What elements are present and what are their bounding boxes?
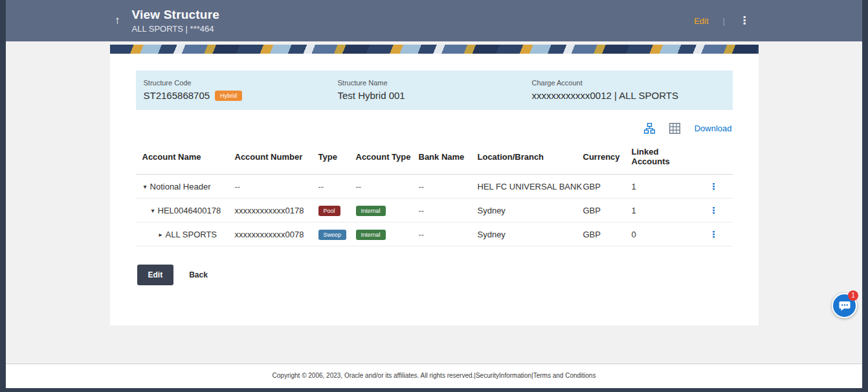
structure-code-value: ST2165868705 <box>144 90 210 101</box>
account-number: xxxxxxxxxxxx0178 <box>235 206 318 215</box>
currency: GBP <box>583 182 632 191</box>
page-title: View Structure <box>132 8 220 22</box>
account-number: -- <box>235 182 318 191</box>
download-link[interactable]: Download <box>695 124 732 133</box>
charge-account-value: xxxxxxxxxxxx0012 | ALL SPORTS <box>532 90 678 101</box>
type: -- <box>318 182 356 191</box>
row-kebab-menu-icon[interactable]: ⋮ <box>709 229 718 239</box>
app-header: ↑ View Structure ALL SPORTS | ***464 Edi… <box>6 0 862 41</box>
caret-down-icon[interactable]: ▾ <box>144 183 147 190</box>
account-name: ALL SPORTS <box>166 230 217 239</box>
main-content: Structure Code ST2165868705 Hybrid Struc… <box>6 41 862 364</box>
footer-security-information-link[interactable]: SecurityInformation <box>476 372 531 379</box>
account-name: HEL0046400178 <box>158 206 221 215</box>
row-kebab-menu-icon[interactable]: ⋮ <box>709 205 718 215</box>
bank-name: -- <box>419 230 478 239</box>
footer: Copyright © 2006, 2023, Oracle and/or it… <box>6 364 862 388</box>
table-row: ▾ Notional Header -- -- -- -- HEL FC UNI… <box>136 175 733 199</box>
accounts-table: Account Name Account Number Type Account… <box>136 139 733 246</box>
sweep-badge: Sweep <box>318 230 347 240</box>
table-row: ▸ ALL SPORTS xxxxxxxxxxxx0078 Sweep Inte… <box>136 223 733 246</box>
hierarchy-view-icon[interactable] <box>644 123 655 134</box>
footer-terms-link[interactable]: Terms and Conditions <box>533 372 596 379</box>
col-account-type: Account Type <box>356 152 419 162</box>
account-name: Notional Header <box>150 182 211 191</box>
title-block: View Structure ALL SPORTS | ***464 <box>132 8 220 34</box>
chat-button[interactable]: 1 <box>832 293 857 318</box>
currency: GBP <box>583 230 632 239</box>
page-subtitle: ALL SPORTS | ***464 <box>132 24 220 34</box>
summary-field-charge-account: Charge Account xxxxxxxxxxxx0012 | ALL SP… <box>532 79 678 101</box>
view-toolbar: Download <box>137 123 732 134</box>
linked-accounts: 1 <box>632 182 696 191</box>
scroll-top-arrow-icon[interactable]: ↑ <box>115 14 120 27</box>
caret-right-icon[interactable]: ▸ <box>159 231 162 238</box>
footer-copyright: Copyright © 2006, 2023, Oracle and/or it… <box>273 372 476 379</box>
col-bank-name: Bank Name <box>419 152 478 162</box>
summary-field-structure-name: Structure Name Test Hybrid 001 <box>338 79 532 101</box>
back-button[interactable]: Back <box>189 270 208 279</box>
col-account-name: Account Name <box>136 152 235 162</box>
bank-name: -- <box>419 182 478 191</box>
structure-code-label: Structure Code <box>144 79 338 87</box>
hybrid-badge: Hybrid <box>215 91 242 101</box>
structure-name-value: Test Hybrid 001 <box>338 90 532 101</box>
col-currency: Currency <box>583 152 632 162</box>
header-actions: Edit | ⋮ <box>694 16 750 26</box>
linked-accounts: 1 <box>632 206 696 215</box>
location-branch: Sydney <box>478 230 583 239</box>
row-kebab-menu-icon[interactable]: ⋮ <box>709 181 718 191</box>
table-header-row: Account Name Account Number Type Account… <box>136 139 733 175</box>
edit-button[interactable]: Edit <box>137 265 174 285</box>
view-structure-page: ↑ View Structure ALL SPORTS | ***464 Edi… <box>6 0 862 388</box>
col-account-number: Account Number <box>235 152 318 162</box>
caret-down-icon[interactable]: ▾ <box>151 207 155 214</box>
structure-summary-panel: Structure Code ST2165868705 Hybrid Struc… <box>136 71 733 110</box>
chat-bubble-icon <box>838 299 851 312</box>
header-separator: | <box>723 16 725 26</box>
pool-badge: Pool <box>318 206 340 216</box>
decorative-banner <box>110 45 759 54</box>
col-linked-accounts: Linked Accounts <box>632 147 696 166</box>
internal-badge: Internal <box>356 206 386 216</box>
account-type: -- <box>356 182 419 191</box>
internal-badge: Internal <box>356 230 386 240</box>
bank-name: -- <box>419 206 478 215</box>
action-buttons: Edit Back <box>137 265 759 285</box>
col-location-branch: Location/Branch <box>478 152 583 162</box>
table-view-icon[interactable] <box>669 123 680 134</box>
col-type: Type <box>318 152 356 162</box>
structure-card: Structure Code ST2165868705 Hybrid Struc… <box>110 45 759 325</box>
header-kebab-menu-icon[interactable]: ⋮ <box>739 16 750 26</box>
currency: GBP <box>583 206 632 215</box>
summary-field-structure-code: Structure Code ST2165868705 Hybrid <box>144 79 338 101</box>
header-edit-link[interactable]: Edit <box>694 16 708 26</box>
structure-name-label: Structure Name <box>338 79 532 87</box>
table-row: ▾ HEL0046400178 xxxxxxxxxxxx0178 Pool In… <box>136 199 733 223</box>
charge-account-label: Charge Account <box>532 79 678 87</box>
linked-accounts: 0 <box>632 230 696 239</box>
chat-unread-badge: 1 <box>848 290 858 301</box>
location-branch: HEL FC UNIVERSAL BANK <box>478 182 583 191</box>
location-branch: Sydney <box>478 206 583 215</box>
account-number: xxxxxxxxxxxx0078 <box>235 230 318 239</box>
